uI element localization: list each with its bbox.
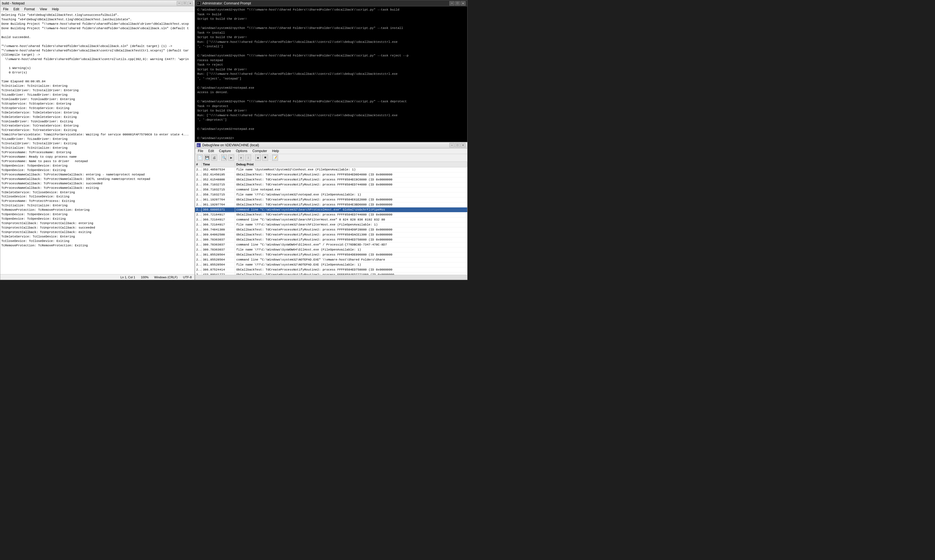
notepad-menubar: File Edit Format View Help [0, 6, 194, 12]
dv-row-text-0: file name \SystemRoot\System32\Conhost.e… [235, 168, 467, 172]
dv-row-time-7: 361.19207764 [202, 202, 235, 207]
dv-row-2[interactable]: 2...352.61548800ObCallbackTest: TdCreate… [195, 177, 467, 182]
cmd-close-button[interactable]: ✕ [461, 1, 466, 6]
notepad-menu-view[interactable]: View [39, 7, 48, 12]
dv-row-time-21: 433.80941772 [202, 272, 235, 275]
dv-row-time-4: 358.71032715 [202, 188, 235, 192]
cmd-maximize-button[interactable]: □ [455, 1, 460, 6]
dv-row-text-16: file name \??\C:\Windows\SysWOW64\DllHos… [235, 248, 467, 252]
dv-row-17[interactable]: 2...381.85528564ObCallbackTest: TdCreate… [195, 252, 467, 257]
notepad-minimize-button[interactable]: — [177, 1, 182, 6]
notepad-menu-help[interactable]: Help [51, 7, 60, 12]
debugview-toolbar: 📄 💾 🖨 🔍 ▶ ✕ ↓ ◆ ■ 📝 [195, 154, 467, 162]
dv-row-time-10: 366.72164917 [202, 217, 235, 222]
dv-log-button[interactable]: 📝 [272, 155, 278, 161]
dv-find-button[interactable]: 🔍 [221, 155, 227, 161]
dv-row-time-0: 352.40597534 [202, 168, 235, 172]
debugview-maximize-button[interactable]: □ [455, 143, 460, 148]
dv-row-time-18: 381.85528564 [202, 257, 235, 262]
notepad-status-zoom: 100% [141, 275, 149, 279]
notepad-status-position: Ln 1, Col 1 [120, 275, 135, 279]
dv-row-num-1: 2... [195, 172, 202, 177]
debugview-close-button[interactable]: ✕ [461, 143, 466, 148]
dv-menu-help[interactable]: Help [271, 148, 280, 154]
dv-row-num-16: 2... [195, 248, 202, 252]
dv-row-time-19: 381.85528564 [202, 263, 235, 267]
debugview-icon: D [197, 143, 201, 147]
dv-findnext-button[interactable]: ▶ [228, 155, 234, 161]
dv-row-num-6: 2... [195, 197, 202, 202]
debugview-column-headers: # Time Debug Print [195, 162, 467, 168]
dv-menu-file[interactable]: File [197, 148, 204, 154]
dv-row-20[interactable]: 2...386.87524414ObCallbackTest: TdCreate… [195, 268, 467, 272]
dv-save-button[interactable]: 💾 [204, 155, 210, 161]
dv-row-8[interactable]: 2...366.68005371command line "C:\Windows… [195, 208, 467, 212]
dv-row-9[interactable]: 2...366.72164917ObCallbackTest: TdCreate… [195, 212, 467, 217]
dv-menu-computer[interactable]: Computer [251, 148, 268, 154]
dv-row-text-7: ObCallbackTest: TdCreateProcessNotifyRou… [235, 202, 467, 207]
dv-row-time-20: 386.87524414 [202, 268, 235, 272]
dv-row-19[interactable]: 2...381.85528564file name \??\C:\Windows… [195, 263, 467, 268]
dv-row-text-15: command line "C:\Windows\SysWOW64\DllHos… [235, 243, 467, 247]
dv-row-time-11: 366.72164917 [202, 222, 235, 227]
cmd-content-area[interactable]: C:\Windows\system32>python "\\\\vmware-h… [195, 6, 467, 142]
dv-menu-edit[interactable]: Edit [207, 148, 215, 154]
dv-highlight-button[interactable]: ■ [262, 155, 268, 161]
dv-row-num-10: 2... [195, 217, 202, 222]
dv-row-16[interactable]: 2...380.78363037file name \??\C:\Windows… [195, 248, 467, 252]
dv-print-button[interactable]: 🖨 [211, 155, 218, 161]
dv-row-12[interactable]: 2...366.74841309ObCallbackTest: TdCreate… [195, 228, 467, 232]
notepad-menu-edit[interactable]: Edit [12, 7, 20, 12]
dv-row-time-8: 366.68005371 [202, 208, 235, 212]
dv-menu-capture[interactable]: Capture [218, 148, 232, 154]
dv-row-15[interactable]: 2...380.78363037command line "C:\Windows… [195, 243, 467, 248]
dv-row-num-11: 2... [195, 222, 202, 227]
dv-sep-1 [219, 155, 219, 160]
right-pane: C: Administrator: Command Prompt — □ ✕ C… [195, 0, 468, 280]
notepad-status-encoding: UTF-8 [183, 275, 192, 279]
notepad-text-area[interactable]: Deleting file "x64\Debug\ObCallbackTest.… [0, 12, 194, 274]
dv-row-4[interactable]: 2...358.71032715command line notepad.exe [195, 188, 467, 192]
dv-filter-button[interactable]: ◆ [255, 155, 261, 161]
dv-row-7[interactable]: 2...361.19207764ObCallbackTest: TdCreate… [195, 202, 467, 208]
dv-row-num-7: 2... [195, 202, 202, 207]
dv-row-text-9: ObCallbackTest: TdCreateProcessNotifyRou… [235, 212, 467, 217]
dv-row-5[interactable]: 2...358.71032715file name \??\C:\Windows… [195, 192, 467, 197]
dv-row-1[interactable]: 2...352.61450195ObCallbackTest: TdCreate… [195, 172, 467, 177]
dv-row-num-9: 2... [195, 212, 202, 217]
dv-row-14[interactable]: 2...380.78363037ObCallbackTest: TdCreate… [195, 237, 467, 243]
notepad-menu-file[interactable]: File [2, 7, 9, 12]
debugview-minimize-button[interactable]: — [449, 143, 454, 148]
dv-menu-options[interactable]: Options [235, 148, 248, 154]
dv-row-text-2: ObCallbackTest: TdCreateProcessNotifyRou… [235, 177, 467, 182]
dv-row-13[interactable]: 2...369.64062500ObCallbackTest: TdCreate… [195, 232, 467, 237]
dv-row-6[interactable]: 2...361.19207764ObCallbackTest: TdCreate… [195, 197, 467, 202]
dv-row-text-5: file name \??\C:\Windows\system32\notepa… [235, 192, 467, 197]
dv-row-11[interactable]: 2...366.72164917file name \??\C:\Windows… [195, 222, 467, 228]
dv-clear-button[interactable]: ✕ [238, 155, 244, 161]
dv-row-18[interactable]: 2...381.85528564command line "C:\Windows… [195, 257, 467, 263]
dv-row-21[interactable]: 2...433.80941772ObCallbackTest: TdCreate… [195, 272, 467, 275]
cmd-icon: C: [197, 2, 201, 5]
dv-row-10[interactable]: 2...366.72164917command line "C:\Windows… [195, 217, 467, 222]
dv-row-text-14: ObCallbackTest: TdCreateProcessNotifyRou… [235, 237, 467, 242]
notepad-menu-format[interactable]: Format [23, 7, 36, 12]
dv-row-3[interactable]: 2...358.71032715ObCallbackTest: TdCreate… [195, 182, 467, 188]
dv-row-text-8: command line "C:\Windows\system32\Search… [235, 208, 467, 212]
notepad-statusbar: Ln 1, Col 1 100% Windows (CRLF) UTF-8 [0, 274, 194, 280]
dv-row-time-17: 381.85528564 [202, 252, 235, 257]
notepad-maximize-button[interactable]: □ [182, 1, 187, 6]
dv-row-time-12: 366.74841309 [202, 228, 235, 232]
dv-row-time-9: 366.72164917 [202, 212, 235, 217]
notepad-close-button[interactable]: ✕ [188, 1, 193, 6]
dv-new-button[interactable]: 📄 [197, 155, 203, 161]
cmd-minimize-button[interactable]: — [449, 1, 454, 6]
dv-row-num-18: 2... [195, 257, 202, 262]
dv-row-0[interactable]: 2...352.40597534file name \SystemRoot\Sy… [195, 168, 467, 172]
dv-row-time-13: 369.64062500 [202, 232, 235, 237]
debugview-content[interactable]: 2...352.40597534file name \SystemRoot\Sy… [195, 168, 467, 275]
dv-row-num-13: 2... [195, 232, 202, 237]
dv-row-num-15: 2... [195, 243, 202, 247]
dv-autoscroll-button[interactable]: ↓ [245, 155, 251, 161]
debugview-window: D DebugView on \\DEVMACHINE (local) — □ … [195, 142, 468, 280]
